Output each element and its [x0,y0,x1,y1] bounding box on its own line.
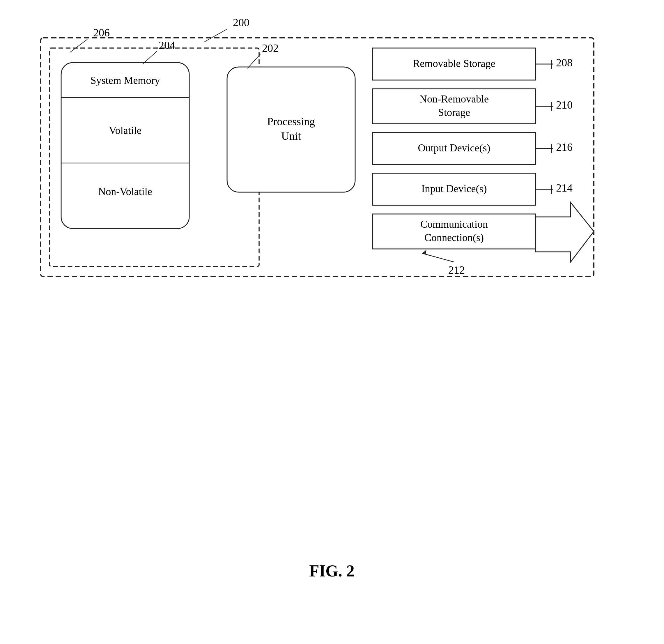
ref-216-label: 216 [556,141,573,153]
svg-text:Storage: Storage [438,107,470,118]
svg-text:Communication: Communication [420,219,488,230]
ref-200-label: 200 [233,16,249,28]
svg-rect-2 [61,63,189,229]
svg-line-37 [422,253,454,262]
svg-text:Removable Storage: Removable Storage [413,58,495,69]
svg-text:Processing: Processing [267,115,315,127]
ref-206-label: 206 [93,26,110,39]
ref-210-label: 210 [556,99,573,111]
ref-204-label: 204 [159,39,175,51]
svg-marker-31 [536,202,594,262]
svg-text:Unit: Unit [281,130,301,142]
ref-208-label: 208 [556,57,573,69]
svg-line-32 [70,39,87,53]
svg-text:Connection(s): Connection(s) [424,232,484,243]
svg-text:System Memory: System Memory [90,75,160,86]
ref-202-label: 202 [262,42,278,54]
ref-214-label: 214 [556,182,573,194]
svg-line-34 [143,51,157,64]
svg-text:Volatile: Volatile [109,125,141,136]
svg-rect-8 [227,67,355,192]
svg-text:Input Device(s): Input Device(s) [421,183,487,194]
svg-text:Output Device(s): Output Device(s) [418,142,491,154]
figure-label: FIG. 2 [309,562,355,580]
svg-text:Non-Removable: Non-Removable [419,93,489,105]
svg-text:Non-Volatile: Non-Volatile [98,186,152,198]
svg-line-33 [204,29,227,42]
ref-212-label: 212 [448,264,465,276]
